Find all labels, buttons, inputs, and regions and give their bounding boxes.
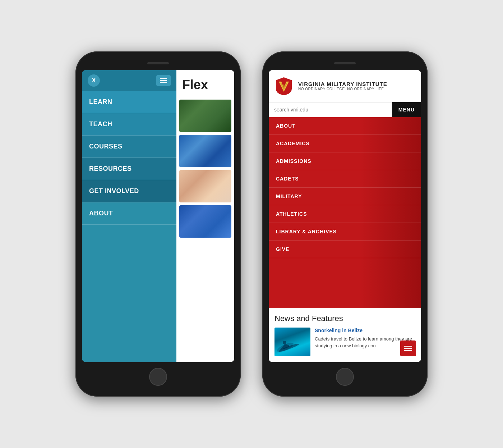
menu-header: X	[82, 70, 176, 91]
nav-about[interactable]: ABOUT	[269, 117, 421, 135]
left-phone: X LEARN TEACH COURSES RESOURCES GET INVO…	[75, 51, 241, 397]
search-row: MENU	[269, 102, 421, 117]
nav-give[interactable]: GIVE	[269, 241, 421, 258]
content-title: Flex	[182, 77, 208, 92]
menu-button[interactable]: MENU	[392, 102, 421, 117]
nav-cadets[interactable]: CADETS	[269, 170, 421, 188]
content-header: Flex	[176, 70, 234, 100]
close-button[interactable]: X	[88, 74, 100, 87]
content-area: Flex	[176, 70, 234, 362]
news-article-title[interactable]: Snorkeling in Belize	[315, 328, 415, 333]
left-phone-screen: X LEARN TEACH COURSES RESOURCES GET INVO…	[82, 70, 234, 362]
home-button-2[interactable]	[336, 368, 354, 386]
nav-athletics[interactable]: ATHLETICS	[269, 205, 421, 223]
vmi-app: VIRGINIA MILITARY INSTITUTE NO ORDINARY …	[269, 70, 421, 362]
blue-building-image	[179, 135, 231, 167]
nav-admissions[interactable]: ADMISSIONS	[269, 152, 421, 170]
news-section-title: News and Features	[274, 314, 415, 323]
snorkeling-image	[274, 328, 310, 356]
content-images	[176, 100, 234, 238]
nav-academics[interactable]: ACADEMICS	[269, 135, 421, 152]
home-button[interactable]	[149, 368, 167, 386]
nav-library[interactable]: LIBRARY & ARCHIVES	[269, 223, 421, 241]
forest-image	[179, 100, 231, 132]
floating-menu-button[interactable]	[400, 340, 416, 356]
phone-speaker-2	[334, 62, 356, 64]
vmi-logo	[274, 76, 294, 96]
search-input[interactable]	[269, 102, 392, 117]
vmi-title-block: VIRGINIA MILITARY INSTITUTE NO ORDINARY …	[298, 81, 387, 91]
right-phone: VIRGINIA MILITARY INSTITUTE NO ORDINARY …	[262, 51, 428, 397]
nav-item-resources[interactable]: RESOURCES	[82, 158, 176, 180]
nav-military[interactable]: MILITARY	[269, 188, 421, 205]
blue-building2-image	[179, 205, 231, 238]
nav-item-courses[interactable]: COURSES	[82, 136, 176, 158]
university-name: VIRGINIA MILITARY INSTITUTE	[298, 81, 387, 87]
fashion-image	[179, 170, 231, 202]
nav-item-teach[interactable]: TEACH	[82, 113, 176, 136]
nav-item-get-involved[interactable]: GET INVOLVED	[82, 180, 176, 202]
news-section: News and Features Snorkeling in Belize C…	[269, 308, 421, 362]
right-phone-screen: VIRGINIA MILITARY INSTITUTE NO ORDINARY …	[269, 70, 421, 362]
phone-speaker	[147, 62, 169, 64]
left-menu-panel: X LEARN TEACH COURSES RESOURCES GET INVO…	[82, 70, 176, 362]
nav-item-learn[interactable]: LEARN	[82, 91, 176, 113]
hamburger-button[interactable]	[156, 75, 171, 86]
news-article: Snorkeling in Belize Cadets travel to Be…	[274, 328, 415, 356]
news-article-desc: Cadets travel to Belize to learn among t…	[315, 336, 412, 348]
svg-point-1	[283, 341, 286, 344]
vmi-nav-menu: ABOUT ACADEMICS ADMISSIONS CADETS MILITA…	[269, 117, 421, 308]
nav-item-about[interactable]: ABOUT	[82, 202, 176, 225]
vmi-header: VIRGINIA MILITARY INSTITUTE NO ORDINARY …	[269, 70, 421, 102]
university-tagline: NO ORDINARY COLLEGE. NO ORDINARY LIFE.	[298, 87, 387, 91]
